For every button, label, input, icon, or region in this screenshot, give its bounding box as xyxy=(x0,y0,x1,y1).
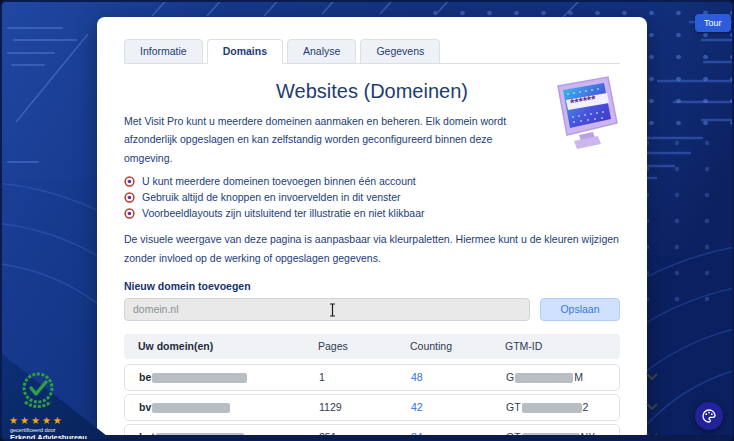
domain-prefix: bv xyxy=(139,401,151,413)
new-domain-input[interactable] xyxy=(124,298,530,321)
badge-icon xyxy=(124,192,135,203)
list-item: U kunt meerdere domeinen toevoegen binne… xyxy=(124,175,620,187)
column-header-domain: Uw domein(en) xyxy=(138,340,318,352)
note-text: De visuele weergave van deze pagina is a… xyxy=(124,230,620,267)
certifier-name: Erkend Adviesbureau xyxy=(10,433,87,441)
table-header: Uw domein(en) Pages Counting GTM-ID xyxy=(124,334,620,359)
redacted-domain xyxy=(152,373,247,383)
new-domain-label: Nieuw domein toevoegen xyxy=(124,280,620,292)
chevron-down-icon[interactable] xyxy=(646,373,658,381)
badge-icon xyxy=(124,176,135,187)
badge-icon xyxy=(124,208,135,219)
redacted-domain xyxy=(152,403,230,413)
gtm-cell: GM xyxy=(506,371,646,383)
save-button[interactable]: Opslaan xyxy=(540,298,620,321)
certification-badge: ★★★★★ gecertificeerd door Erkend Adviesb… xyxy=(2,354,116,441)
guideline-list: U kunt meerdere domeinen toevoegen binne… xyxy=(124,175,620,219)
counting-value[interactable]: 48 xyxy=(411,371,506,383)
table-row[interactable]: be 1 48 GM xyxy=(124,364,620,391)
star-rating: ★★★★★ xyxy=(9,415,64,426)
bullet-text: Gebruik altijd de knoppen en invoervelde… xyxy=(142,191,401,203)
gtm-suffix: M xyxy=(574,371,583,383)
bullet-text: U kunt meerdere domeinen toevoegen binne… xyxy=(142,175,416,187)
column-header-counting: Counting xyxy=(410,340,505,352)
chevron-down-icon[interactable] xyxy=(646,403,658,411)
new-domain-form: Opslaan xyxy=(124,298,620,321)
gtm-cell: GT2 xyxy=(506,401,646,413)
domains-panel: Informatie Domains Analyse Gegevens Webs… xyxy=(97,17,647,441)
domain-prefix: be xyxy=(139,371,151,383)
domain-cell: bv xyxy=(139,401,319,413)
domain-cell: be xyxy=(139,371,319,383)
pages-value: 1 xyxy=(319,371,411,383)
redacted-gtm xyxy=(522,403,582,413)
tab-domains[interactable]: Domains xyxy=(207,39,283,64)
domain-list: be 1 48 GM bv 1129 42 GT2 xyxy=(124,364,620,441)
app-window: Tour Informatie Domains Analyse Gegevens… xyxy=(0,0,734,441)
gtm-prefix: GT xyxy=(506,401,521,413)
tab-gegevens[interactable]: Gegevens xyxy=(360,39,440,64)
table-row[interactable]: bv 1129 42 GT2 xyxy=(124,394,620,421)
bullet-text: Voorbeeldlayouts zijn uitsluitend ter il… xyxy=(142,207,425,219)
theme-palette-button[interactable] xyxy=(695,402,723,430)
gtm-prefix: G xyxy=(506,371,514,383)
column-header-pages: Pages xyxy=(318,340,410,352)
tab-informatie[interactable]: Informatie xyxy=(124,39,203,64)
monitor-illustration: ****** xyxy=(545,75,629,159)
list-item: Gebruik altijd de knoppen en invoervelde… xyxy=(124,191,620,203)
tab-analyse[interactable]: Analyse xyxy=(287,39,356,64)
tab-bar: Informatie Domains Analyse Gegevens xyxy=(124,39,620,64)
column-header-gtm: GTM-ID xyxy=(505,340,645,352)
wreath-check-icon xyxy=(15,368,61,414)
redacted-gtm xyxy=(515,373,573,383)
palette-icon xyxy=(702,409,716,423)
pages-value: 1129 xyxy=(319,401,411,413)
counting-value[interactable]: 42 xyxy=(411,401,506,413)
gtm-suffix: 2 xyxy=(583,401,589,413)
list-item: Voorbeeldlayouts zijn uitsluitend ter il… xyxy=(124,207,620,219)
tour-button[interactable]: Tour xyxy=(695,14,731,32)
